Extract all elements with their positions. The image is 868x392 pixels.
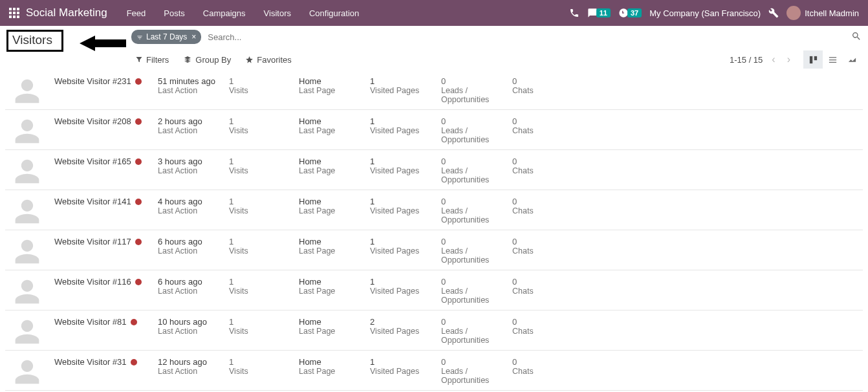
leads-label: Leads / Opportunities bbox=[441, 206, 506, 224]
search-filter-tag[interactable]: Last 7 Days × bbox=[131, 30, 201, 44]
visits-value: 1 bbox=[229, 317, 292, 327]
filters-label: Filters bbox=[146, 55, 169, 65]
visited-pages-value: 1 bbox=[370, 116, 435, 126]
voip-icon[interactable] bbox=[569, 8, 580, 18]
chats-value: 0 bbox=[512, 317, 570, 327]
layers-icon bbox=[183, 56, 192, 63]
view-kanban-button[interactable] bbox=[803, 50, 823, 69]
status-dot-icon bbox=[135, 158, 142, 165]
view-graph-button[interactable] bbox=[842, 50, 862, 69]
visitor-row[interactable]: Website Visitor #3112 hours agoLast Acti… bbox=[5, 351, 863, 391]
visits-label: Visits bbox=[229, 246, 292, 256]
visitor-row[interactable]: Website Visitor #23151 minutes agoLast A… bbox=[5, 70, 863, 110]
last-action-label: Last Action bbox=[158, 206, 222, 215]
last-page-label: Last Page bbox=[299, 327, 363, 336]
view-list-button[interactable] bbox=[823, 50, 842, 69]
visits-label: Visits bbox=[229, 206, 292, 215]
user-name: Itchell Madmin bbox=[805, 8, 859, 18]
chats-value: 0 bbox=[512, 237, 570, 246]
menu-configuration[interactable]: Configuration bbox=[301, 5, 367, 22]
visitor-avatar-icon bbox=[10, 237, 44, 266]
last-page-label: Last Page bbox=[299, 166, 363, 175]
page-title: Visitors bbox=[6, 30, 63, 52]
visitor-row[interactable]: Website Visitor #1176 hours agoLast Acti… bbox=[5, 230, 863, 270]
visitor-name: Website Visitor #117 bbox=[54, 237, 131, 246]
leads-value: 0 bbox=[441, 157, 506, 166]
pager-prev[interactable]: ‹ bbox=[769, 54, 777, 65]
visited-pages-label: Visited Pages bbox=[370, 206, 435, 215]
chats-value: 0 bbox=[512, 197, 570, 206]
leads-label: Leads / Opportunities bbox=[441, 126, 506, 144]
last-page-value: Home bbox=[299, 317, 363, 327]
visits-value: 1 bbox=[229, 277, 292, 287]
last-page-value: Home bbox=[299, 76, 363, 86]
menu-campaigns[interactable]: Campaigns bbox=[195, 5, 254, 22]
visits-value: 1 bbox=[229, 237, 292, 246]
pager-next[interactable]: › bbox=[785, 54, 793, 65]
leads-value: 0 bbox=[441, 116, 506, 126]
last-page-value: Home bbox=[299, 197, 363, 206]
visitor-name: Website Visitor #165 bbox=[54, 157, 131, 166]
status-dot-icon bbox=[135, 239, 142, 245]
last-page-label: Last Page bbox=[299, 86, 363, 95]
last-page-value: Home bbox=[299, 157, 363, 166]
favorites-label: Favorites bbox=[257, 55, 291, 65]
last-page-label: Last Page bbox=[299, 367, 363, 376]
leads-label: Leads / Opportunities bbox=[441, 367, 506, 385]
chats-label: Chats bbox=[512, 206, 570, 215]
visitor-avatar-icon bbox=[10, 116, 44, 146]
visitor-name: Website Visitor #208 bbox=[54, 116, 131, 126]
groupby-label: Group By bbox=[195, 55, 231, 65]
user-menu[interactable]: Itchell Madmin bbox=[787, 6, 859, 20]
last-page-value: Home bbox=[299, 277, 363, 287]
chats-label: Chats bbox=[512, 86, 570, 95]
filter-tag-label: Last 7 Days bbox=[146, 32, 187, 41]
apps-icon[interactable] bbox=[8, 6, 21, 19]
app-brand[interactable]: Social Marketing bbox=[26, 6, 107, 19]
search-icon[interactable] bbox=[851, 31, 862, 43]
visited-pages-label: Visited Pages bbox=[370, 86, 435, 95]
groupby-button[interactable]: Group By bbox=[183, 55, 231, 65]
last-action-time: 6 hours ago bbox=[158, 277, 222, 287]
visits-value: 1 bbox=[229, 157, 292, 166]
pager-text[interactable]: 1-15 / 15 bbox=[730, 55, 763, 65]
visitor-row[interactable]: Website Visitor #1166 hours agoLast Acti… bbox=[5, 270, 863, 310]
menu-feed[interactable]: Feed bbox=[119, 5, 154, 22]
systray: 11 37 My Company (San Francisco) Itchell… bbox=[569, 6, 863, 20]
search-input[interactable] bbox=[205, 30, 847, 44]
chats-label: Chats bbox=[512, 327, 570, 336]
search-bar: Last 7 Days × bbox=[131, 30, 862, 44]
visited-pages-value: 2 bbox=[370, 317, 435, 327]
visited-pages-label: Visited Pages bbox=[370, 126, 435, 135]
last-page-value: Home bbox=[299, 116, 363, 126]
last-action-label: Last Action bbox=[158, 126, 222, 135]
company-switcher[interactable]: My Company (San Francisco) bbox=[649, 8, 761, 18]
visitor-avatar-icon bbox=[10, 277, 44, 306]
visited-pages-value: 1 bbox=[370, 237, 435, 246]
filters-button[interactable]: Filters bbox=[135, 55, 169, 65]
last-action-label: Last Action bbox=[158, 327, 222, 336]
visited-pages-label: Visited Pages bbox=[370, 246, 435, 256]
visitor-avatar-icon bbox=[10, 197, 44, 226]
favorites-button[interactable]: Favorites bbox=[245, 55, 291, 65]
last-page-label: Last Page bbox=[299, 246, 363, 256]
filter-tag-remove[interactable]: × bbox=[190, 32, 197, 41]
status-dot-icon bbox=[135, 78, 142, 85]
discuss-icon[interactable]: 11 bbox=[587, 8, 611, 18]
chats-label: Chats bbox=[512, 287, 570, 296]
visited-pages-value: 1 bbox=[370, 197, 435, 206]
visitor-row[interactable]: Website Visitor #1414 hours agoLast Acti… bbox=[5, 190, 863, 230]
status-dot-icon bbox=[135, 279, 142, 285]
last-action-time: 10 hours ago bbox=[158, 317, 222, 327]
activities-icon[interactable]: 37 bbox=[618, 8, 642, 18]
visitor-row[interactable]: Website Visitor #2082 hours agoLast Acti… bbox=[5, 110, 863, 150]
menu-visitors[interactable]: Visitors bbox=[256, 5, 299, 22]
tools-icon[interactable] bbox=[768, 8, 779, 18]
visitor-row[interactable]: Website Visitor #8110 hours agoLast Acti… bbox=[5, 310, 863, 351]
menu-posts[interactable]: Posts bbox=[156, 5, 193, 22]
status-dot-icon bbox=[135, 199, 142, 205]
visitor-row[interactable]: Website Visitor #1653 hours agoLast Acti… bbox=[5, 150, 863, 190]
visits-label: Visits bbox=[229, 367, 292, 376]
visited-pages-label: Visited Pages bbox=[370, 287, 435, 296]
last-page-label: Last Page bbox=[299, 287, 363, 296]
